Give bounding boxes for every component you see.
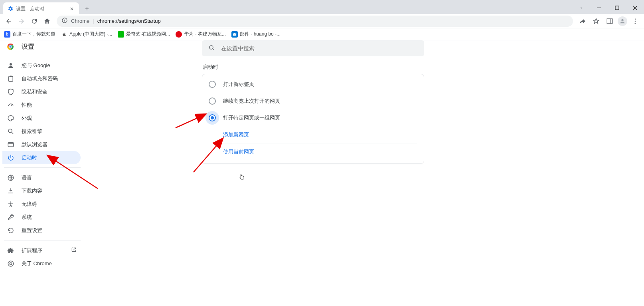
restore-icon xyxy=(7,227,14,234)
bookmark-item[interactable]: Apple (中国大陆) -... xyxy=(61,31,112,38)
sidebar-item-label: 搜索引擎 xyxy=(22,128,42,135)
search-icon xyxy=(7,128,14,135)
settings-search-input[interactable] xyxy=(221,45,418,52)
add-new-page-link[interactable]: 添加新网页 xyxy=(223,126,417,143)
browser-toolbar: Chrome | chrome://settings/onStartup xyxy=(0,14,644,28)
sidebar-item-autofill[interactable]: 自动填充和密码 xyxy=(2,72,81,85)
speedometer-icon xyxy=(7,101,14,109)
settings-header: 设置 xyxy=(6,42,34,52)
globe-icon xyxy=(7,174,14,181)
sidebar-item-privacy[interactable]: 隐私和安全 xyxy=(2,85,81,98)
favicon xyxy=(231,31,238,38)
bookmark-item[interactable]: b 百度一下，你就知道 xyxy=(4,31,55,38)
option-specific-pages[interactable]: 打开特定网页或一组网页 xyxy=(202,109,424,126)
svg-rect-19 xyxy=(10,76,12,77)
sidebar-item-languages[interactable]: 语言 xyxy=(2,171,81,184)
browser-tab[interactable]: 设置 - 启动时 xyxy=(3,2,79,15)
favicon: b xyxy=(4,31,10,38)
option-continue[interactable]: 继续浏览上次打开的网页 xyxy=(202,93,424,109)
sidebar-item-label: 性能 xyxy=(22,101,32,109)
svg-point-17 xyxy=(10,63,12,66)
side-panel-icon[interactable] xyxy=(604,16,615,27)
bookmark-item[interactable]: 华为 - 构建万物互... xyxy=(176,31,226,38)
forward-button[interactable] xyxy=(16,16,27,27)
sidebar-item-accessibility[interactable]: 无障碍 xyxy=(2,197,81,211)
favicon: i xyxy=(118,31,124,38)
settings-page: 设置 您与 Google 自动填充和密码 隐私和安全 性能 外观 xyxy=(0,40,644,306)
svg-rect-3 xyxy=(64,20,65,22)
svg-point-9 xyxy=(635,20,636,22)
startup-options-card: 打开新标签页 继续浏览上次打开的网页 打开特定网页或一组网页 添加新网页 使用当… xyxy=(202,74,424,164)
svg-point-21 xyxy=(8,129,12,133)
radio-icon[interactable] xyxy=(209,81,216,88)
home-button[interactable] xyxy=(41,16,53,27)
sidebar-item-system[interactable]: 系统 xyxy=(2,211,81,224)
profile-avatar-button[interactable] xyxy=(618,16,627,26)
extension-icon xyxy=(7,247,14,254)
svg-point-10 xyxy=(635,22,636,24)
mouse-cursor-icon xyxy=(239,173,246,181)
sidebar-item-search-engine[interactable]: 搜索引擎 xyxy=(2,125,81,138)
sidebar-item-about-chrome[interactable]: 关于 Chrome xyxy=(2,257,81,270)
clipboard-icon xyxy=(7,75,14,82)
settings-search[interactable] xyxy=(202,40,424,56)
new-tab-button[interactable] xyxy=(81,3,93,14)
share-icon[interactable] xyxy=(577,16,588,27)
use-current-pages-link[interactable]: 使用当前网页 xyxy=(223,143,417,160)
option-label: 继续浏览上次打开的网页 xyxy=(223,97,280,105)
sidebar-item-extensions[interactable]: 扩展程序 xyxy=(2,244,81,257)
sidebar-item-default-browser[interactable]: 默认浏览器 xyxy=(2,138,81,151)
sidebar-item-on-startup[interactable]: 启动时 xyxy=(2,151,81,164)
download-icon xyxy=(7,187,14,195)
svg-point-15 xyxy=(209,46,213,49)
sidebar-item-you-and-google[interactable]: 您与 Google xyxy=(2,59,81,72)
settings-sidebar: 您与 Google 自动填充和密码 隐私和安全 性能 外观 搜索引擎 默认浏览器 xyxy=(2,59,81,270)
omnibox-brand: Chrome xyxy=(71,18,89,24)
favicon xyxy=(176,31,182,38)
chrome-icon xyxy=(7,260,14,267)
svg-line-30 xyxy=(176,114,205,128)
chevron-down-icon[interactable] xyxy=(572,2,590,14)
page-title: 设置 xyxy=(22,43,34,51)
bookmark-label: 爱奇艺-在线视频网... xyxy=(126,31,170,38)
sidebar-item-label: 自动填充和密码 xyxy=(22,75,58,82)
back-button[interactable] xyxy=(3,16,14,27)
site-info-icon[interactable] xyxy=(61,17,68,25)
maximize-button[interactable] xyxy=(608,2,626,14)
sidebar-item-label: 隐私和安全 xyxy=(22,88,47,95)
bookmark-item[interactable]: i 爱奇艺-在线视频网... xyxy=(118,31,170,38)
sidebar-separator xyxy=(4,240,81,240)
option-label: 打开特定网页或一组网页 xyxy=(223,114,280,121)
kebab-menu-icon[interactable] xyxy=(630,16,641,27)
browser-icon xyxy=(7,141,14,148)
option-new-tab[interactable]: 打开新标签页 xyxy=(202,76,424,93)
sidebar-item-reset[interactable]: 重置设置 xyxy=(2,224,81,237)
svg-line-22 xyxy=(12,132,13,134)
bookmark-star-icon[interactable] xyxy=(591,16,602,27)
svg-line-20 xyxy=(11,104,12,106)
reload-button[interactable] xyxy=(29,16,40,27)
radio-icon[interactable] xyxy=(209,114,216,121)
sidebar-item-performance[interactable]: 性能 xyxy=(2,98,81,111)
svg-rect-4 xyxy=(64,19,65,19)
close-window-button[interactable] xyxy=(626,2,644,14)
bookmarks-bar: b 百度一下，你就知道 Apple (中国大陆) -... i 爱奇艺-在线视频… xyxy=(0,28,644,40)
sidebar-item-appearance[interactable]: 外观 xyxy=(2,111,81,125)
bookmark-label: 百度一下，你就知道 xyxy=(12,31,55,38)
sidebar-item-label: 关于 Chrome xyxy=(22,260,52,267)
svg-rect-5 xyxy=(607,19,612,24)
radio-icon[interactable] xyxy=(209,97,216,105)
window-controls xyxy=(572,2,644,14)
svg-point-27 xyxy=(8,261,14,266)
svg-rect-23 xyxy=(8,142,14,147)
bookmark-item[interactable]: 邮件 - huang bo -... xyxy=(231,31,281,38)
apple-icon xyxy=(61,31,67,38)
minimize-button[interactable] xyxy=(590,2,608,14)
person-icon xyxy=(7,62,14,69)
omnibox-separator: | xyxy=(93,18,94,24)
close-icon[interactable] xyxy=(69,6,75,12)
sidebar-item-label: 外观 xyxy=(22,115,32,122)
sidebar-item-downloads[interactable]: 下载内容 xyxy=(2,184,81,197)
address-bar[interactable]: Chrome | chrome://settings/onStartup xyxy=(57,16,573,27)
option-label: 打开新标签页 xyxy=(223,81,254,88)
